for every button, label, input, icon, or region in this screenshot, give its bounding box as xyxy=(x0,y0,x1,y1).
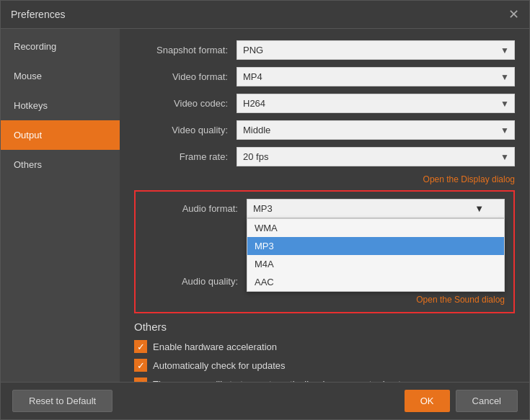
video-codec-label: Video codec: xyxy=(134,98,228,109)
cancel-button[interactable]: Cancel xyxy=(456,390,518,412)
checkmark-icon: ✓ xyxy=(137,361,145,370)
checkbox-hw-accel[interactable]: ✓ xyxy=(134,340,147,353)
sidebar-item-output[interactable]: Output xyxy=(1,120,120,150)
audio-format-row: Audio format: MP3 ▼ WMA MP3 M4A AAC xyxy=(144,199,505,218)
video-format-label: Video format: xyxy=(134,71,228,82)
audio-format-value: MP3 xyxy=(253,203,273,214)
video-quality-select-wrapper: Middle ▼ xyxy=(237,120,515,140)
reset-to-default-button[interactable]: Reset to Default xyxy=(12,390,112,412)
close-button[interactable]: ✕ xyxy=(508,8,519,21)
checkbox-label-auto-update: Automatically check for updates xyxy=(153,360,286,371)
content-area: Recording Mouse Hotkeys Output Others Sn… xyxy=(1,29,529,382)
sidebar-item-others[interactable]: Others xyxy=(1,150,120,179)
checkbox-row-auto-update: ✓ Automatically check for updates xyxy=(134,359,515,372)
checkbox-row-hw-accel: ✓ Enable hardware acceleration xyxy=(134,340,515,353)
snapshot-format-select-wrapper: PNG ▼ xyxy=(237,40,515,60)
audio-format-dropdown-list: WMA MP3 M4A AAC xyxy=(247,218,505,292)
audio-option-wma[interactable]: WMA xyxy=(247,219,504,237)
snapshot-format-row: Snapshot format: PNG ▼ xyxy=(134,40,515,60)
dialog-title: Preferences xyxy=(11,9,65,20)
snapshot-format-label: Snapshot format: xyxy=(134,45,228,55)
checkbox-auto-update[interactable]: ✓ xyxy=(134,359,147,372)
frame-rate-select[interactable]: 20 fps xyxy=(237,147,515,166)
footer: Reset to Default OK Cancel xyxy=(1,382,529,419)
video-codec-select-wrapper: H264 ▼ xyxy=(237,94,515,113)
frame-rate-select-wrapper: 20 fps ▼ xyxy=(237,147,515,166)
video-quality-label: Video quality: xyxy=(134,125,228,135)
checkbox-label-hw-accel: Enable hardware acceleration xyxy=(153,341,277,352)
frame-rate-label: Frame rate: xyxy=(134,151,228,162)
frame-rate-row: Frame rate: 20 fps ▼ xyxy=(134,147,515,166)
audio-option-mp3[interactable]: MP3 xyxy=(247,237,504,255)
snapshot-format-select[interactable]: PNG xyxy=(237,40,515,60)
video-format-row: Video format: MP4 ▼ xyxy=(134,67,515,86)
video-quality-select[interactable]: Middle xyxy=(237,120,515,140)
sidebar-item-hotkeys[interactable]: Hotkeys xyxy=(1,91,120,120)
sidebar-item-mouse[interactable]: Mouse xyxy=(1,61,120,91)
audio-option-m4a[interactable]: M4A xyxy=(247,255,504,273)
video-codec-select[interactable]: H264 xyxy=(237,94,515,113)
title-bar: Preferences ✕ xyxy=(1,1,529,29)
checkmark-icon: ✓ xyxy=(137,342,145,352)
open-sound-link[interactable]: Open the Sound dialog xyxy=(416,295,505,305)
main-content: Snapshot format: PNG ▼ Video format: MP4… xyxy=(120,29,529,382)
sidebar-item-recording[interactable]: Recording xyxy=(1,32,120,61)
ok-button[interactable]: OK xyxy=(405,390,450,412)
audio-format-arrow-icon: ▼ xyxy=(474,203,484,214)
sidebar: Recording Mouse Hotkeys Output Others xyxy=(1,29,120,382)
audio-quality-label: Audio quality: xyxy=(144,276,238,287)
audio-format-select-wrapper: MP3 ▼ WMA MP3 M4A AAC xyxy=(247,199,505,218)
others-section: Others ✓ Enable hardware acceleration ✓ … xyxy=(134,321,515,382)
others-title: Others xyxy=(134,321,515,333)
video-format-select-wrapper: MP4 ▼ xyxy=(237,67,515,86)
audio-section: Audio format: MP3 ▼ WMA MP3 M4A AAC xyxy=(134,190,515,313)
preferences-dialog: Preferences ✕ Recording Mouse Hotkeys Ou… xyxy=(0,0,530,420)
open-display-link[interactable]: Open the Display dialog xyxy=(423,174,515,184)
video-quality-row: Video quality: Middle ▼ xyxy=(134,120,515,140)
audio-option-aac[interactable]: AAC xyxy=(247,273,504,291)
video-format-select[interactable]: MP4 xyxy=(237,67,515,86)
audio-format-label: Audio format: xyxy=(144,203,238,214)
audio-format-dropdown[interactable]: MP3 ▼ xyxy=(247,199,505,218)
footer-right-buttons: OK Cancel xyxy=(405,390,518,412)
video-codec-row: Video codec: H264 ▼ xyxy=(134,94,515,113)
